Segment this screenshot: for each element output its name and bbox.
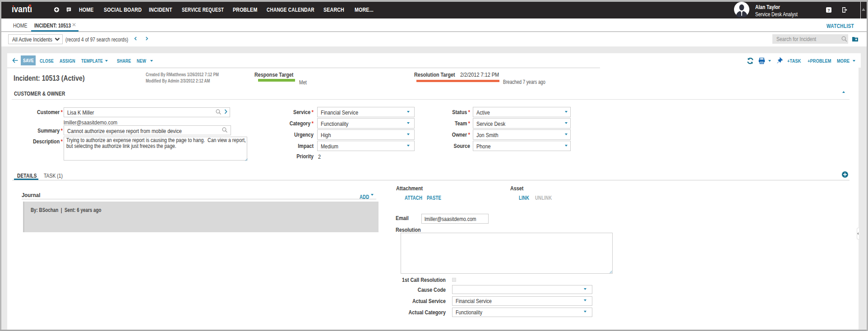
svg-text:?: ? bbox=[827, 8, 830, 13]
